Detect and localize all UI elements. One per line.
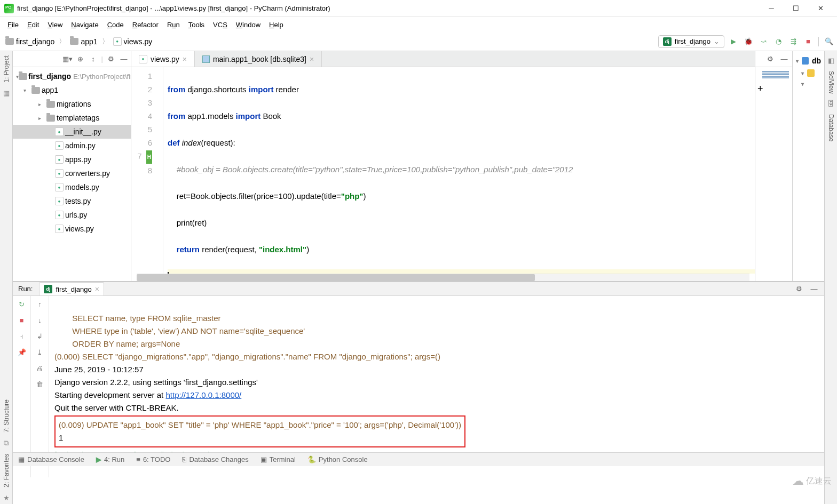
clear-button[interactable]: 🗑 (35, 379, 45, 389)
db-table-node[interactable]: ▾ (793, 79, 824, 89)
tab-favorites[interactable]: 2: Favorites (2, 450, 11, 492)
window-titlebar: first_django [E:\PythonProject\first_dja… (0, 0, 837, 17)
db-node[interactable]: ▾ db (793, 54, 824, 67)
run-tab[interactable]: dj first_django × (39, 282, 104, 295)
rerun-button[interactable]: ↻ (17, 299, 27, 309)
tree-project-root[interactable]: ▾ first_django E:\PythonProject\first_dj… (13, 69, 131, 83)
tree-migrations-folder[interactable]: ▸ migrations (13, 97, 131, 111)
menu-edit[interactable]: Edit (23, 19, 43, 30)
folder-icon (5, 38, 14, 45)
menu-help[interactable]: Help (265, 19, 288, 30)
tree-templatetags-folder[interactable]: ▸ templatetags (13, 111, 131, 125)
coverage-button[interactable]: ⤻ (759, 37, 768, 46)
menu-file[interactable]: File (3, 19, 23, 30)
tab-project[interactable]: 1: Project (2, 51, 11, 87)
run-configuration-selector[interactable]: dj first_django ⌄ (658, 35, 724, 48)
maximize-button[interactable]: ☐ (784, 0, 808, 17)
minimize-button[interactable]: ─ (759, 0, 784, 17)
menu-navigate[interactable]: Navigate (67, 19, 102, 30)
close-icon[interactable]: × (183, 55, 187, 63)
status-python-console[interactable]: 🐍 Python Console (307, 455, 368, 463)
project-tool-window: ▦▾ ⊕ ↕ | ⚙ — ▾ first_django E:\PythonPro… (13, 51, 131, 281)
search-everywhere-button[interactable]: 🔍 (824, 37, 834, 46)
db-schema-node[interactable]: ▾ (793, 67, 824, 79)
server-link[interactable]: http://127.0.0.1:8000/ (165, 390, 241, 399)
gear-icon[interactable]: ⚙ (794, 284, 804, 294)
down-button[interactable]: ↓ (35, 315, 45, 325)
status-db-console[interactable]: ▦ Database Console (18, 455, 84, 463)
tree-file-apps[interactable]: apps.py (13, 153, 131, 166)
debug-button[interactable]: 🐞 (744, 37, 753, 46)
run-button[interactable]: ▶ (729, 37, 738, 46)
tab-structure[interactable]: 7: Structure (2, 395, 11, 437)
stop-button[interactable]: ■ (17, 315, 27, 325)
scroll-end-button[interactable]: ⤓ (35, 347, 45, 357)
breadcrumb-separator: 〉 (59, 37, 66, 46)
tree-file-tests[interactable]: tests.py (13, 194, 131, 208)
tree-file-converters[interactable]: converters.py (13, 166, 131, 180)
tree-file-admin[interactable]: admin.py (13, 139, 131, 153)
menu-tools[interactable]: Tools (184, 19, 209, 30)
hide-icon[interactable]: — (779, 54, 789, 64)
close-icon[interactable]: × (310, 55, 314, 63)
project-toolbar: ▦▾ ⊕ ↕ | ⚙ — (13, 51, 131, 67)
status-terminal[interactable]: ▣ Terminal (260, 455, 296, 463)
editor-tabs: views.py × main.app1_book [db.sqlite3] × (131, 51, 755, 67)
close-icon[interactable]: × (95, 285, 99, 293)
tab-views-py[interactable]: views.py × (131, 51, 195, 67)
project-tree[interactable]: ▾ first_django E:\PythonProject\first_dj… (13, 67, 131, 281)
tree-app-folder[interactable]: ▾ app1 (13, 83, 131, 97)
run-label: Run: (18, 285, 33, 293)
status-db-changes[interactable]: ⎘ Database Changes (182, 455, 248, 463)
tab-sciview[interactable]: SciView (826, 67, 836, 98)
tree-file-urls[interactable]: urls.py (13, 208, 131, 222)
folder-icon (70, 38, 78, 45)
left-tool-tabs: 1: Project ▦ 7: Structure ⧉ 2: Favorites… (0, 51, 13, 504)
concurrency-button[interactable]: ⇶ (788, 37, 798, 46)
locate-icon[interactable]: ⊕ (76, 54, 85, 64)
pin-button[interactable]: 📌 (17, 347, 27, 357)
database-icon: 🗄 (827, 100, 834, 108)
project-icon: ▦ (3, 89, 10, 97)
soft-wrap-button[interactable]: ↲ (35, 331, 45, 341)
toggle-layout-button[interactable]: ⫞ (17, 331, 27, 341)
close-window-button[interactable]: ✕ (808, 0, 833, 17)
menu-code[interactable]: Code (103, 19, 128, 30)
editor: views.py × main.app1_book [db.sqlite3] ×… (131, 51, 755, 281)
code-editor[interactable]: 1234567 H8 from django.shortcuts import … (131, 67, 755, 274)
horizontal-scrollbar[interactable] (137, 274, 749, 281)
status-todo[interactable]: ≡ 6: TODO (136, 455, 170, 463)
menu-view[interactable]: View (43, 19, 67, 30)
menu-refactor[interactable]: Refactor (128, 19, 163, 30)
gear-icon[interactable]: ⚙ (765, 54, 775, 64)
tab-db-table[interactable]: main.app1_book [db.sqlite3] × (195, 51, 322, 67)
up-button[interactable]: ↑ (35, 299, 45, 309)
code-content[interactable]: from django.shortcuts import render from… (163, 67, 755, 274)
watermark: ☁ 亿速云 (792, 474, 832, 488)
tree-file-views[interactable]: views.py (13, 222, 131, 236)
console-output[interactable]: SELECT name, type FROM sqlite_master WHE… (49, 296, 824, 477)
breadcrumb-package[interactable]: app1 (68, 36, 99, 47)
datasource-icon (802, 57, 809, 65)
django-icon: dj (663, 37, 672, 46)
gear-icon[interactable]: ⚙ (106, 54, 116, 64)
tab-database[interactable]: Database (826, 110, 836, 146)
stop-button[interactable]: ■ (803, 37, 813, 46)
breadcrumb-root[interactable]: first_django (3, 36, 57, 47)
profile-button[interactable]: ◔ (773, 37, 783, 46)
menu-window[interactable]: Window (232, 19, 265, 30)
hide-icon[interactable]: — (119, 54, 129, 64)
expand-icon[interactable]: ↕ (89, 54, 98, 64)
menu-vcs[interactable]: VCS (209, 19, 232, 30)
status-run[interactable]: ▶ 4: Run (96, 455, 124, 463)
breadcrumb-file[interactable]: views.py (111, 36, 155, 47)
tree-file-models[interactable]: models.py (13, 180, 131, 194)
menu-run[interactable]: Run (163, 19, 184, 30)
project-view-combo[interactable]: ▦▾ (63, 54, 73, 64)
run-control-column: ↻ ■ ⫞ 📌 (13, 296, 31, 477)
hide-icon[interactable]: — (809, 284, 819, 294)
print-button[interactable]: 🖨 (35, 363, 45, 373)
schema-icon (807, 69, 815, 77)
tree-file-init[interactable]: __init__.py (13, 125, 131, 139)
code-minimap[interactable]: + (755, 67, 792, 281)
